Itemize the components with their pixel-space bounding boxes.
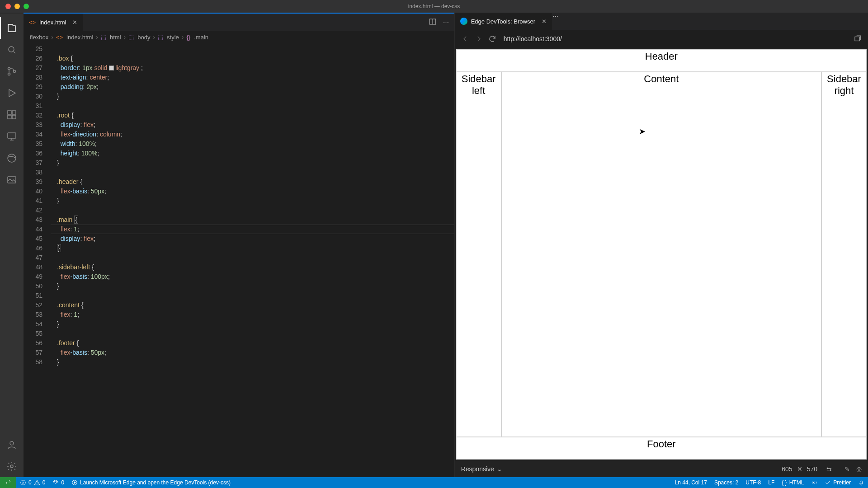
code-braces-icon: { } <box>782 479 787 486</box>
notifications-bell-icon[interactable] <box>854 477 868 488</box>
edge-browser-icon <box>460 18 467 25</box>
workbench: <> index.html ✕ ⋯ flexbox › <> index.htm… <box>0 13 868 477</box>
tab-index-html[interactable]: <> index.html ✕ <box>24 14 83 31</box>
browser-tabs: Edge DevTools: Browser ✕ ⋯ <box>455 13 868 30</box>
breadcrumb-item[interactable]: body <box>137 34 150 41</box>
symbol-icon: ⬚ <box>158 34 163 41</box>
breadcrumbs[interactable]: flexbox › <> index.html › ⬚ html › ⬚ bod… <box>24 31 454 43</box>
address-bar[interactable]: http://localhost:3000/ <box>502 33 848 45</box>
preview-main: Sidebar left Content ➤ Sidebar right <box>456 72 867 437</box>
source-control-icon[interactable] <box>0 61 24 82</box>
css-rule-icon: {} <box>187 34 191 41</box>
reload-icon[interactable] <box>488 35 496 43</box>
symbol-icon: ⬚ <box>128 34 134 41</box>
editor-tabs: <> index.html ✕ ⋯ <box>24 14 454 31</box>
editor-group-code: <> index.html ✕ ⋯ flexbox › <> index.htm… <box>24 13 454 477</box>
remote-indicator[interactable] <box>0 477 16 488</box>
explorer-icon[interactable] <box>0 17 24 39</box>
warning-count: 0 <box>42 479 46 486</box>
viewport-width[interactable]: 605 <box>782 465 792 473</box>
chevron-right-icon: › <box>96 33 98 41</box>
gallery-icon[interactable] <box>0 169 24 191</box>
chevron-down-icon: ⌄ <box>497 465 502 473</box>
svg-point-2 <box>8 73 10 75</box>
edge-tools-icon[interactable] <box>0 147 24 169</box>
code-lines[interactable]: .box { border: 1px solid lightgray ; tex… <box>51 43 454 477</box>
preview-sidebar-right: Sidebar right <box>821 72 867 437</box>
eyedropper-icon[interactable]: ✎ <box>844 465 850 473</box>
prettier-label: Prettier <box>833 479 851 486</box>
split-editor-icon[interactable] <box>429 18 437 27</box>
window-titlebar: index.html — dev-css <box>0 0 868 13</box>
close-tab-icon[interactable]: ✕ <box>542 18 547 25</box>
more-actions-icon[interactable]: ⋯ <box>443 19 449 26</box>
language-mode[interactable]: { } HTML <box>778 477 807 488</box>
cursor-position[interactable]: Ln 44, Col 17 <box>671 477 711 488</box>
tab-edge-devtools[interactable]: Edge DevTools: Browser ✕ <box>455 13 552 30</box>
go-live[interactable] <box>807 477 821 488</box>
breadcrumb-item[interactable]: index.html <box>66 34 93 41</box>
svg-rect-5 <box>12 111 16 114</box>
chevron-right-icon: › <box>153 33 155 41</box>
tab-label: Edge DevTools: Browser <box>471 18 535 25</box>
line-number-gutter: 2526272829303132333435363738394041424344… <box>24 43 51 477</box>
inspect-element-icon[interactable]: ◎ <box>856 465 862 473</box>
preview-root: Header Sidebar left Content ➤ Sidebar ri… <box>456 49 867 460</box>
html-file-icon: <> <box>29 19 36 26</box>
breadcrumb-item[interactable]: html <box>110 34 121 41</box>
settings-gear-icon[interactable] <box>0 455 24 477</box>
svg-rect-6 <box>8 115 11 119</box>
encoding[interactable]: UTF-8 <box>742 477 764 488</box>
forward-icon[interactable] <box>475 35 483 43</box>
run-debug-icon[interactable] <box>0 82 24 104</box>
code-editor[interactable]: 2526272829303132333435363738394041424344… <box>24 43 454 477</box>
svg-point-9 <box>8 154 16 162</box>
accounts-icon[interactable] <box>0 434 24 455</box>
svg-point-16 <box>55 482 57 483</box>
language-label: HTML <box>789 479 804 486</box>
editor-actions: ⋯ <box>552 13 558 30</box>
browser-toolbar: http://localhost:3000/ <box>455 30 868 48</box>
remote-explorer-icon[interactable] <box>0 126 24 147</box>
back-icon[interactable] <box>461 35 469 43</box>
preview-header: Header <box>456 49 867 72</box>
svg-point-1 <box>8 68 10 70</box>
mouse-cursor-icon: ➤ <box>639 127 646 136</box>
preview-sidebar-left: Sidebar left <box>456 72 501 437</box>
open-external-icon[interactable] <box>854 35 862 43</box>
preview-content: Content ➤ <box>501 72 821 437</box>
close-window-button[interactable] <box>5 4 11 9</box>
maximize-window-button[interactable] <box>24 4 29 9</box>
error-count: 0 <box>28 479 32 486</box>
times-icon: ✕ <box>797 465 802 473</box>
rotate-device-icon[interactable]: ⇆ <box>826 465 832 473</box>
ports-indicator[interactable]: 0 <box>49 477 68 488</box>
indentation[interactable]: Spaces: 2 <box>711 477 742 488</box>
preview-footer: Footer <box>456 437 867 460</box>
minimize-window-button[interactable] <box>14 4 20 9</box>
close-tab-icon[interactable]: ✕ <box>72 19 77 26</box>
more-actions-icon[interactable]: ⋯ <box>552 13 558 19</box>
svg-point-11 <box>10 441 14 445</box>
editor-groups: <> index.html ✕ ⋯ flexbox › <> index.htm… <box>24 13 868 477</box>
svg-point-12 <box>10 465 13 468</box>
search-icon[interactable] <box>0 39 24 61</box>
breadcrumb-item[interactable]: .main <box>194 34 208 41</box>
device-selector[interactable]: Responsive ⌄ <box>461 465 502 473</box>
problems-indicator[interactable]: 0 0 <box>16 477 49 488</box>
viewport-height[interactable]: 570 <box>807 465 817 473</box>
svg-rect-14 <box>855 37 860 41</box>
preview-content-label: Content <box>644 73 679 84</box>
breadcrumb-item[interactable]: style <box>167 34 179 41</box>
launch-task[interactable]: Launch Microsoft Edge and open the Edge … <box>68 477 234 488</box>
extensions-icon[interactable] <box>0 104 24 126</box>
device-emulation-bar: Responsive ⌄ 605 ✕ 570 ⇆ ✎ ◎ <box>455 461 868 477</box>
svg-point-3 <box>14 70 16 73</box>
device-label: Responsive <box>461 465 494 473</box>
prettier-status[interactable]: Prettier <box>821 477 854 488</box>
breadcrumb-item[interactable]: flexbox <box>30 34 48 41</box>
svg-point-18 <box>814 482 816 483</box>
eol[interactable]: LF <box>764 477 778 488</box>
traffic-lights <box>0 4 29 9</box>
svg-rect-8 <box>8 133 16 138</box>
